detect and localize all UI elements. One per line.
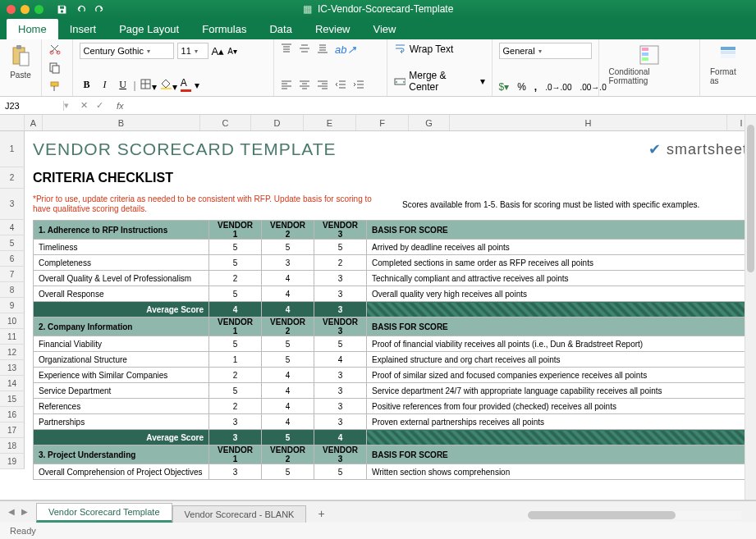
wrap-merge-group: Wrap Text Merge & Center ▾ xyxy=(387,39,493,96)
enter-formula-icon[interactable]: ✓ xyxy=(96,100,103,111)
align-left-icon[interactable] xyxy=(281,79,292,93)
decrease-font-icon[interactable]: A▾ xyxy=(227,47,237,56)
format-as-group: Format as xyxy=(700,39,756,96)
svg-rect-13 xyxy=(642,48,648,51)
conditional-formatting-button[interactable]: Conditional Formatting xyxy=(606,43,694,87)
align-right-icon[interactable] xyxy=(317,79,328,93)
sheet-content: VENDOR SCORECARD TEMPLATE ✔ smartsheet C… xyxy=(25,131,756,480)
note-row: *Prior to use, update criteria as needed… xyxy=(33,189,748,220)
page-title: VENDOR SCORECARD TEMPLATE xyxy=(33,139,337,159)
fx-label: fx xyxy=(112,101,124,111)
cancel-formula-icon[interactable]: ✕ xyxy=(80,100,88,111)
row-headers[interactable]: 12345678910111213141516171819 xyxy=(0,131,25,469)
formula-bar: J23 ▾ ✕ ✓ fx xyxy=(0,97,756,115)
paste-button[interactable]: Paste xyxy=(7,43,34,81)
name-box[interactable]: J23 xyxy=(0,101,64,111)
add-sheet-button[interactable]: + xyxy=(313,505,329,522)
currency-button[interactable]: $▾ xyxy=(499,81,510,93)
tab-view[interactable]: View xyxy=(362,19,408,39)
quick-access-toolbar xyxy=(57,4,105,15)
ribbon: Paste Century Gothic▾ 11▾ A▴ A▾ B I U | … xyxy=(0,39,756,97)
font-size-combo[interactable]: 11▾ xyxy=(177,43,208,59)
format-as-button[interactable]: Format as xyxy=(707,43,749,87)
percent-button[interactable]: % xyxy=(517,81,526,93)
tab-insert[interactable]: Insert xyxy=(58,19,108,39)
page-title-row: VENDOR SCORECARD TEMPLATE ✔ smartsheet xyxy=(33,131,748,167)
font-name-combo[interactable]: Century Gothic▾ xyxy=(80,43,174,59)
orientation-icon[interactable]: ab↗ xyxy=(335,43,355,56)
align-center-icon[interactable] xyxy=(299,79,310,93)
sheet-nav-next-icon[interactable]: ▶ xyxy=(21,507,28,516)
tab-home[interactable]: Home xyxy=(7,19,58,39)
copy-icon[interactable] xyxy=(48,62,61,74)
horizontal-scrollbar[interactable] xyxy=(528,511,741,519)
zoom-window-button[interactable] xyxy=(34,5,44,14)
increase-decimal-icon[interactable]: .0→.00 xyxy=(545,83,571,92)
window-title: ▦ IC-Vendor-Scorecard-Template xyxy=(0,3,756,15)
styles-group: Conditional Formatting xyxy=(599,39,701,96)
bold-button[interactable]: B xyxy=(80,79,94,91)
minimize-window-button[interactable] xyxy=(21,5,30,14)
borders-button[interactable]: ▾ xyxy=(140,78,157,93)
status-text: Ready xyxy=(10,526,36,536)
tab-page-layout[interactable]: Page Layout xyxy=(108,19,190,39)
save-icon[interactable] xyxy=(57,4,67,15)
align-bottom-icon[interactable] xyxy=(317,43,328,57)
scorecard-table[interactable]: 1. Adherence to RFP InstructionsVENDOR 1… xyxy=(33,220,748,480)
font-color-button[interactable]: A xyxy=(181,77,191,93)
status-bar: Ready xyxy=(0,522,756,539)
svg-rect-16 xyxy=(721,47,735,50)
increase-font-icon[interactable]: A▴ xyxy=(212,45,225,57)
wrap-text-button[interactable]: Wrap Text xyxy=(394,43,485,55)
merge-center-button[interactable]: Merge & Center ▾ xyxy=(394,70,485,93)
align-top-icon[interactable] xyxy=(281,43,292,57)
close-window-button[interactable] xyxy=(7,5,16,14)
italic-button[interactable]: I xyxy=(98,79,112,91)
fill-color-button[interactable]: ▾ xyxy=(160,78,177,93)
mac-titlebar: ▦ IC-Vendor-Scorecard-Template xyxy=(0,0,756,18)
sheet-tab-active[interactable]: Vendor Scorecard Template xyxy=(36,503,172,523)
sheet-nav-prev-icon[interactable]: ◀ xyxy=(8,507,15,516)
sheet-tab-blank[interactable]: Vendor Scorecard - BLANK xyxy=(172,505,307,523)
spreadsheet-grid[interactable]: ABCDEFGHI 12345678910111213141516171819 … xyxy=(0,115,756,500)
svg-rect-6 xyxy=(53,66,59,73)
underline-button[interactable]: U xyxy=(116,79,131,91)
note-black: Scores available from 1-5. Basis for sco… xyxy=(402,200,699,209)
criteria-checklist-heading: CRITERIA CHECKLIST xyxy=(33,167,748,189)
cut-icon[interactable] xyxy=(48,43,61,55)
format-painter-icon[interactable] xyxy=(48,80,61,93)
svg-rect-14 xyxy=(642,53,648,56)
note-red: *Prior to use, update criteria as needed… xyxy=(33,194,378,214)
undo-icon[interactable] xyxy=(76,4,86,15)
svg-rect-10 xyxy=(181,89,191,92)
vertical-scrollbar[interactable] xyxy=(745,115,756,500)
column-headers[interactable]: ABCDEFGHI xyxy=(0,115,756,131)
align-middle-icon[interactable] xyxy=(299,43,310,57)
tab-data[interactable]: Data xyxy=(258,19,303,39)
smartsheet-logo: ✔ smartsheet xyxy=(648,140,748,158)
svg-rect-9 xyxy=(161,88,172,89)
ribbon-tabs: Home Insert Page Layout Formulas Data Re… xyxy=(0,18,756,39)
redo-icon[interactable] xyxy=(94,4,105,15)
checkmark-icon: ✔ xyxy=(648,140,662,158)
increase-indent-icon[interactable] xyxy=(353,79,364,93)
clipboard-group: Paste xyxy=(0,39,42,96)
worksheet-tabs: ◀ ▶ Vendor Scorecard Template Vendor Sco… xyxy=(0,500,756,522)
svg-rect-2 xyxy=(20,53,29,66)
svg-rect-1 xyxy=(16,45,21,49)
tab-review[interactable]: Review xyxy=(304,19,362,39)
clipboard-small xyxy=(42,39,73,96)
number-format-combo[interactable]: General▾ xyxy=(499,43,592,59)
decrease-indent-icon[interactable] xyxy=(335,79,346,93)
svg-rect-18 xyxy=(721,55,735,58)
traffic-lights xyxy=(0,5,44,14)
svg-rect-7 xyxy=(51,82,58,86)
number-group: General▾ $▾ % , .0→.00 .00→.0 xyxy=(493,39,599,96)
tab-formulas[interactable]: Formulas xyxy=(190,19,258,39)
comma-button[interactable]: , xyxy=(534,81,537,93)
svg-rect-17 xyxy=(721,51,735,54)
font-group: Century Gothic▾ 11▾ A▴ A▾ B I U | ▾ ▾ A▾ xyxy=(73,39,274,96)
alignment-group: ab↗ xyxy=(274,39,387,96)
svg-rect-15 xyxy=(642,57,648,61)
excel-file-icon: ▦ xyxy=(303,3,312,15)
